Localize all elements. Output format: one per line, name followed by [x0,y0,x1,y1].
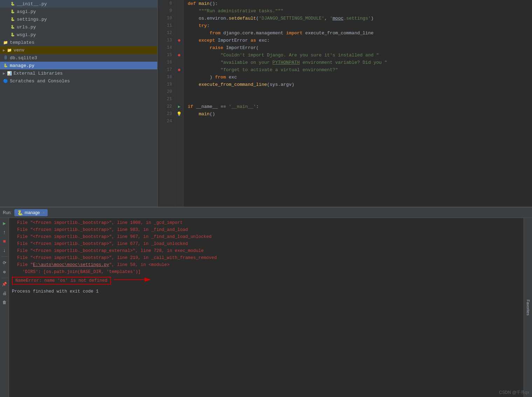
run-button[interactable]: ▶ [1,219,8,227]
folder-icon: 📁 [7,47,12,53]
sidebar-item-scratches[interactable]: 🔵 Scratches and Consoles [0,77,157,85]
sidebar-item-db[interactable]: 🗄 db.sqlite3 [0,54,157,62]
sidebar-label: wsgi.py [17,32,36,37]
sidebar-label: venv [14,48,25,53]
py-file-icon: 🐍 [10,16,15,22]
bottom-panel: Run: 🐍 manage × ▶ ↑ ■ ↓ ⟳ ⚙ 📌 🖨 🗑 [0,207,532,397]
sidebar-label: __init__.py [17,1,47,7]
code-line-24 [188,118,528,125]
code-line-18: ) from exc [188,74,528,81]
console-line-1: File "<frozen importlib._bootstrap>", li… [12,219,521,226]
code-line-22: if __name__ == '__main__': [188,103,528,110]
sidebar-item-wsgi[interactable]: 🐍 wsgi.py [0,31,157,39]
console-line-2: File "<frozen importlib._bootstrap>", li… [12,226,521,233]
sidebar-label: settings.py [17,17,47,22]
sidebar: 🐍 __init__.py 🐍 asgi.py 🐍 settings.py 🐍 … [0,0,158,207]
run-tab-manage[interactable]: 🐍 manage × [14,209,48,216]
console-line-5: File "<frozen importlib._bootstrap_exter… [12,247,521,254]
py-file-icon: 🐍 [10,32,15,37]
code-line-13: except ImportError as exc: [188,37,528,44]
sidebar-label: db.sqlite3 [10,55,37,61]
run-toolbar: ▶ ↑ ■ ↓ ⟳ ⚙ 📌 🖨 🗑 [0,218,9,397]
sidebar-label: manage.py [10,63,34,68]
sidebar-label: urls.py [17,25,36,30]
error-box: NameError: name 'os' is not defined [12,277,111,285]
console-line-6: File "<frozen importlib._bootstrap>", li… [12,254,521,261]
scroll-up-button[interactable]: ↑ [1,228,8,236]
console-line-4: File "<frozen importlib._bootstrap>", li… [12,240,521,247]
favorites-bar[interactable]: Favorites [524,218,532,397]
console-output: File "<frozen importlib._bootstrap>", li… [9,218,524,397]
pin-button[interactable]: 📌 [1,280,8,288]
watermark: CSDN @千寻qx [499,390,529,396]
sidebar-label: External Libraries [14,71,63,76]
sidebar-item-templates[interactable]: 📁 templates [0,39,157,46]
code-line-21 [188,96,528,103]
scratches-icon: 🔵 [3,78,8,84]
expand-icon: ▶ [3,48,5,53]
main-layout: 🐍 __init__.py 🐍 asgi.py 🐍 settings.py 🐍 … [0,0,532,207]
code-view: 8 9 10 11 12 13 14 15 16 17 18 19 20 21 … [158,0,532,207]
code-line-11: try: [188,22,528,29]
db-file-icon: 🗄 [3,55,8,61]
sidebar-label: templates [10,40,34,45]
scroll-down-button[interactable]: ↓ [1,247,8,254]
code-line-15: "Couldn't import Django. Are you sure it… [188,52,528,59]
print-button[interactable]: 🖨 [1,289,8,297]
run-tab-bar: Run: 🐍 manage × [0,207,532,218]
sidebar-label: Scratches and Consoles [10,78,70,84]
code-line-10: os.environ.setdefault('DJANGO_SETTINGS_M… [188,15,528,22]
editor-area: 8 9 10 11 12 13 14 15 16 17 18 19 20 21 … [158,0,532,207]
code-line-17: "forget to activate a virtual environmen… [188,66,528,74]
console-line-3: File "<frozen importlib._bootstrap>", li… [12,233,521,240]
code-line-14: raise ImportError( [188,44,528,52]
run-tab-close[interactable]: × [43,211,45,215]
breakpoint-13: ● [175,37,183,44]
sidebar-item-venv[interactable]: ▶ 📁 venv [0,46,157,54]
run-label: Run: [3,210,12,215]
trash-button[interactable]: 🗑 [1,299,8,306]
settings-button[interactable]: ⚙ [1,268,8,276]
code-line-16: "available on your PYTHONPATH environmen… [188,59,528,66]
arrow-indicator [114,275,156,285]
console-line-7: File "E:\auto\mooc\mooc\settings.py", li… [12,261,521,268]
stop-button[interactable]: ■ [1,238,8,245]
py-file-icon: 🐍 [10,24,15,30]
sidebar-item-init[interactable]: 🐍 __init__.py [0,0,157,8]
breakpoint-15: ● [175,52,183,59]
code-line-19: execute_from_command_line(sys.argv) [188,81,528,88]
py-file-icon: 🐍 [10,9,15,14]
code-content: def main(): """Run administrative tasks.… [184,0,532,207]
py-file-icon: 🐍 [10,1,15,7]
rerun-button[interactable]: ⟳ [1,259,8,267]
code-line-20 [188,88,528,96]
run-tab-label: manage [25,210,40,215]
gutter: ● ● ● ▶ 💡 [175,0,184,207]
run-panel-body: ▶ ↑ ■ ↓ ⟳ ⚙ 📌 🖨 🗑 File "<frozen importli… [0,218,532,397]
code-line-9: """Run administrative tasks.""" [188,7,528,15]
folder-icon: 📁 [3,40,8,45]
sidebar-item-manage[interactable]: 🐍 manage.py [0,62,157,69]
code-line-23: main() [188,110,528,118]
sidebar-item-asgi[interactable]: 🐍 asgi.py [0,8,157,15]
py-file-icon: 🐍 [3,63,8,68]
code-line-8: def main(): [188,0,528,7]
breakpoint-17: ● [175,66,183,74]
toolbar-separator-2 [1,278,8,278]
console-line-8: 'DIRS': [os.path.join(BASE_DIR, 'templat… [12,268,521,275]
run-indicator-22: ▶ [175,103,183,110]
console-spacer [12,285,521,288]
manage-tab-icon: 🐍 [17,210,23,215]
extlib-icon: 📊 [7,70,12,76]
toolbar-separator [1,256,8,257]
expand-icon: ▶ [3,71,5,76]
line-numbers: 8 9 10 11 12 13 14 15 16 17 18 19 20 21 … [158,0,175,207]
sidebar-item-urls[interactable]: 🐍 urls.py [0,23,157,31]
sidebar-item-extlib[interactable]: ▶ 📊 External Libraries [0,69,157,77]
sidebar-item-settings[interactable]: 🐍 settings.py [0,15,157,23]
sidebar-label: asgi.py [17,9,36,14]
code-line-12: from django.core.management import execu… [188,29,528,37]
console-line-finish: Process finished with exit code 1 [12,288,521,295]
bulb-23: 💡 [175,110,183,118]
error-box-line: NameError: name 'os' is not defined [12,275,521,285]
